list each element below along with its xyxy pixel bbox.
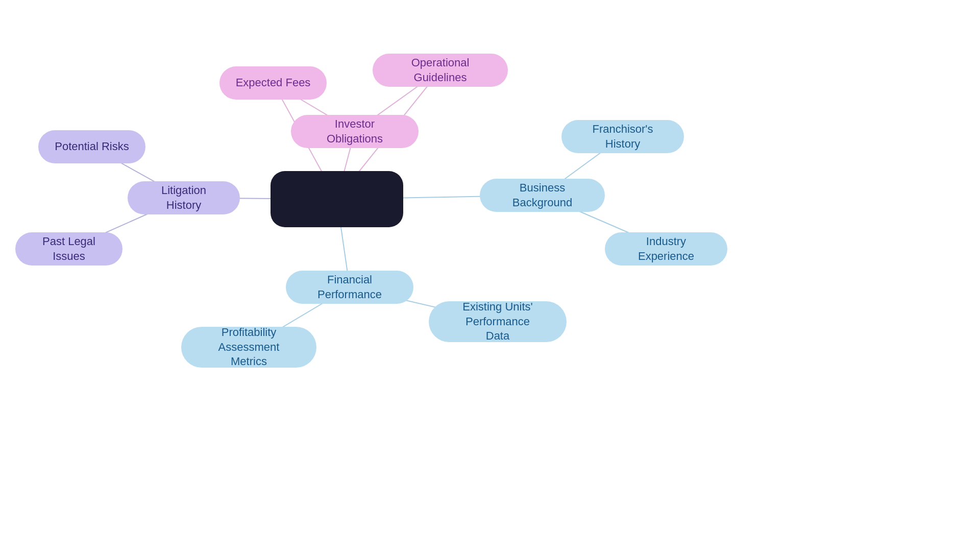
- financial-performance-node[interactable]: Financial Performance: [286, 271, 413, 304]
- past-legal-issues-label: Past Legal Issues: [31, 234, 107, 263]
- profitability-metrics-label: Profitability Assessment Metrics: [197, 325, 301, 369]
- potential-risks-node[interactable]: Potential Risks: [38, 130, 145, 163]
- center-node[interactable]: [271, 171, 403, 227]
- potential-risks-label: Potential Risks: [55, 139, 129, 154]
- expected-fees-node[interactable]: Expected Fees: [219, 66, 327, 100]
- business-background-node[interactable]: Business Background: [480, 179, 605, 212]
- industry-experience-node[interactable]: Industry Experience: [605, 232, 727, 266]
- profitability-metrics-node[interactable]: Profitability Assessment Metrics: [181, 327, 316, 368]
- financial-performance-label: Financial Performance: [301, 273, 398, 302]
- litigation-history-node[interactable]: Litigation History: [128, 181, 240, 214]
- operational-guidelines-label: Operational Guidelines: [388, 56, 493, 85]
- investor-obligations-node[interactable]: Investor Obligations: [291, 115, 419, 148]
- expected-fees-label: Expected Fees: [236, 76, 311, 90]
- business-background-label: Business Background: [495, 181, 590, 210]
- litigation-history-label: Litigation History: [143, 183, 225, 212]
- franchisors-history-label: Franchisor's History: [577, 122, 669, 151]
- operational-guidelines-node[interactable]: Operational Guidelines: [373, 54, 508, 87]
- existing-units-node[interactable]: Existing Units' Performance Data: [429, 301, 567, 342]
- investor-obligations-label: Investor Obligations: [306, 117, 403, 146]
- existing-units-label: Existing Units' Performance Data: [444, 300, 551, 344]
- franchisors-history-node[interactable]: Franchisor's History: [561, 120, 684, 153]
- past-legal-issues-node[interactable]: Past Legal Issues: [15, 232, 122, 266]
- industry-experience-label: Industry Experience: [620, 234, 712, 263]
